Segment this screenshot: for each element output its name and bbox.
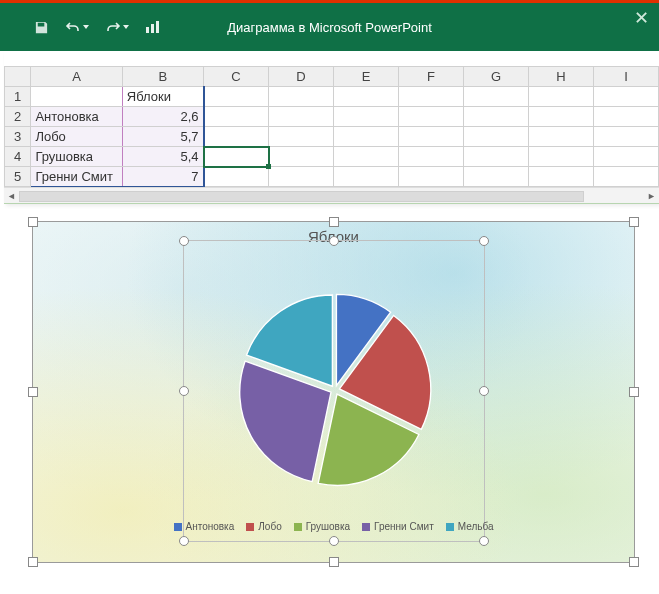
cell[interactable]: Яблоки (122, 87, 203, 107)
chart-placeholder[interactable]: Яблоки АнтоновкаЛобоГрушовкаГренни СмитМ… (32, 221, 635, 563)
cell[interactable]: Лобо (31, 127, 122, 147)
col-header[interactable]: D (269, 67, 334, 87)
cell[interactable] (204, 167, 269, 187)
cell[interactable]: Грушовка (31, 147, 122, 167)
save-icon[interactable] (34, 20, 49, 35)
legend-item[interactable]: Антоновка (174, 521, 235, 532)
spreadsheet: A B C D E F G H I 1 Яблоки 2 Антоновка 2 (4, 51, 659, 204)
legend-item[interactable]: Мельба (446, 521, 494, 532)
chart-legend[interactable]: АнтоновкаЛобоГрушовкаГренни СмитМельба (33, 521, 634, 532)
cell[interactable]: Гренни Смит (31, 167, 122, 187)
redo-icon[interactable] (105, 20, 129, 34)
chart-plot-area[interactable] (183, 240, 485, 542)
quick-access-toolbar (0, 20, 160, 35)
col-header[interactable]: I (593, 67, 658, 87)
active-cell[interactable] (204, 147, 269, 167)
svg-rect-2 (156, 21, 159, 33)
legend-item[interactable]: Гренни Смит (362, 521, 434, 532)
cell[interactable]: 2,6 (122, 107, 203, 127)
cell[interactable] (204, 127, 269, 147)
scroll-left-icon[interactable]: ◄ (4, 188, 19, 203)
cell[interactable] (204, 107, 269, 127)
svg-rect-1 (151, 24, 154, 33)
chart-icon[interactable] (145, 20, 160, 34)
pie-chart (230, 285, 440, 495)
col-header[interactable]: F (398, 67, 463, 87)
cell[interactable]: 5,7 (122, 127, 203, 147)
close-icon[interactable]: ✕ (634, 7, 649, 29)
col-header[interactable]: H (528, 67, 593, 87)
row-header[interactable]: 3 (5, 127, 31, 147)
scroll-track[interactable] (19, 190, 644, 201)
row-header[interactable]: 2 (5, 107, 31, 127)
svg-rect-0 (146, 27, 149, 33)
scroll-thumb[interactable] (19, 191, 584, 202)
horizontal-scrollbar[interactable]: ◄ ► (4, 187, 659, 203)
cell[interactable]: Антоновка (31, 107, 122, 127)
row-header[interactable]: 5 (5, 167, 31, 187)
scroll-right-icon[interactable]: ► (644, 188, 659, 203)
undo-icon[interactable] (65, 20, 89, 34)
legend-item[interactable]: Лобо (246, 521, 281, 532)
select-all-corner[interactable] (5, 67, 31, 87)
col-header[interactable]: C (204, 67, 269, 87)
cell[interactable] (31, 87, 122, 107)
row-header[interactable]: 4 (5, 147, 31, 167)
excel-title-bar: Диаграмма в Microsoft PowerPoint ✕ (0, 3, 659, 51)
grid[interactable]: A B C D E F G H I 1 Яблоки 2 Антоновка 2 (4, 66, 659, 187)
col-header[interactable]: E (333, 67, 398, 87)
row-header[interactable]: 1 (5, 87, 31, 107)
legend-item[interactable]: Грушовка (294, 521, 350, 532)
col-header[interactable]: G (463, 67, 528, 87)
col-header[interactable]: A (31, 67, 122, 87)
col-header[interactable]: B (122, 67, 203, 87)
column-headers[interactable]: A B C D E F G H I (5, 67, 659, 87)
cell[interactable]: 5,4 (122, 147, 203, 167)
cell[interactable] (204, 87, 269, 107)
cell[interactable]: 7 (122, 167, 203, 187)
